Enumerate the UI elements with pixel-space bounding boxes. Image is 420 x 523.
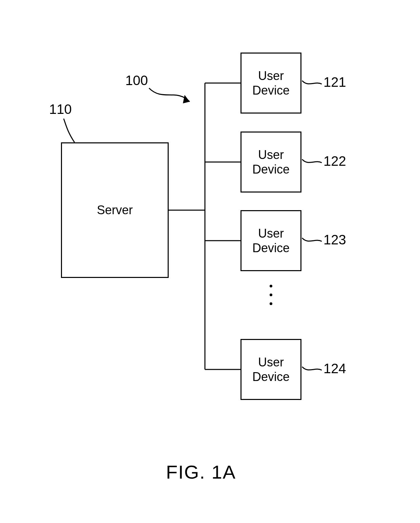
ref-device-2: 122 [323, 154, 346, 169]
ellipsis-icon [270, 285, 272, 305]
server-box: Server [61, 142, 169, 278]
user-device-label-2: User Device [252, 147, 290, 177]
ref-device-4: 124 [323, 361, 346, 376]
ref-system: 100 [125, 73, 148, 88]
user-device-label-4: User Device [252, 355, 290, 384]
user-device-label-1: User Device [252, 68, 290, 98]
diagram-canvas: Server User Device User Device User Devi… [0, 0, 420, 523]
ref-device-1: 121 [323, 75, 346, 90]
ref-server: 110 [49, 102, 72, 117]
ref-device-3: 123 [323, 232, 346, 247]
user-device-box-1: User Device [240, 53, 301, 114]
svg-marker-6 [183, 95, 190, 103]
user-device-box-3: User Device [240, 210, 301, 271]
figure-caption: FIG. 1A [166, 461, 236, 483]
user-device-box-4: User Device [240, 339, 301, 400]
user-device-label-3: User Device [252, 226, 290, 255]
server-label: Server [97, 203, 133, 217]
user-device-box-2: User Device [240, 132, 301, 193]
